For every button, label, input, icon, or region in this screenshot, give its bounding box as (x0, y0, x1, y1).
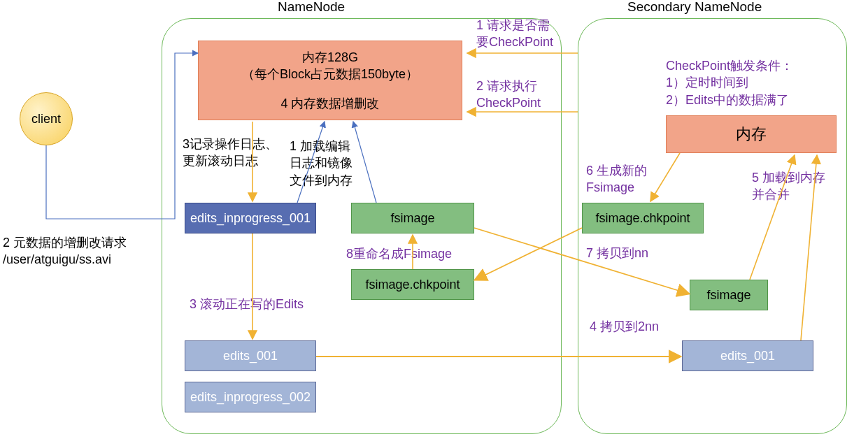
edits-inprogress-001-label: edits_inprogress_001 (190, 211, 311, 226)
fsimage-box: fsimage (351, 203, 474, 233)
snn-fsimage: fsimage (690, 280, 768, 310)
mem-line2: （每个Block占元数据150byte） (242, 66, 418, 82)
trigger-label: CheckPoint触发条件： 1）定时时间到 2）Edits中的数据满了 (666, 57, 793, 108)
nn-edits-001-label: edits_001 (223, 349, 278, 364)
step1-load-label: 1 加载编辑 日志和镜像 文件到内存 (290, 138, 353, 189)
mem-line1: 内存128G (302, 49, 358, 66)
nn-edits-001: edits_001 (185, 340, 316, 371)
namenode-title: NameNode (278, 0, 345, 15)
snn-edits-001: edits_001 (682, 340, 813, 371)
snn-fsimage-chkpoint: fsimage.chkpoint (582, 203, 704, 233)
step3-log-label: 3记录操作日志、 更新滚动日志 (183, 136, 278, 170)
namenode-memory-box: 内存128G （每个Block占元数据150byte） 4 内存数据增删改 (198, 41, 462, 120)
secondary-title: Secondary NameNode (627, 0, 762, 15)
step5-label: 5 加载到内存 并合并 (752, 169, 825, 203)
step8-rename-label: 8重命名成Fsimage (346, 245, 452, 262)
secondary-memory-label: 内存 (736, 124, 767, 145)
nn-fsimage-chkpoint-label: fsimage.chkpoint (365, 278, 460, 292)
nn-fsimage-chkpoint: fsimage.chkpoint (351, 269, 474, 300)
client-node: client (20, 92, 73, 145)
snn-fsimage-chkpoint-label: fsimage.chkpoint (595, 211, 690, 226)
client-label: client (31, 112, 61, 127)
mem-line3: 4 内存数据增删改 (280, 95, 379, 112)
edits-inprogress-001: edits_inprogress_001 (185, 203, 316, 233)
req2-label: 2 请求执行 CheckPoint (476, 78, 541, 112)
edits-inprogress-002-label: edits_inprogress_002 (190, 390, 311, 405)
snn-fsimage-label: fsimage (706, 288, 750, 303)
step6-label: 6 生成新的 Fsimage (586, 162, 647, 196)
secondary-memory: 内存 (666, 115, 837, 153)
edits-inprogress-002: edits_inprogress_002 (185, 382, 316, 412)
snn-edits-001-label: edits_001 (720, 349, 775, 364)
req1-label: 1 请求是否需 要CheckPoint (476, 17, 553, 51)
step3-roll-label: 3 滚动正在写的Edits (190, 296, 304, 312)
request-label: 2 元数据的增删改请求 /user/atguigu/ss.avi (3, 234, 127, 268)
step4-label: 4 拷贝到2nn (590, 318, 659, 335)
fsimage-label: fsimage (390, 211, 434, 226)
step7-label: 7 拷贝到nn (586, 245, 648, 261)
